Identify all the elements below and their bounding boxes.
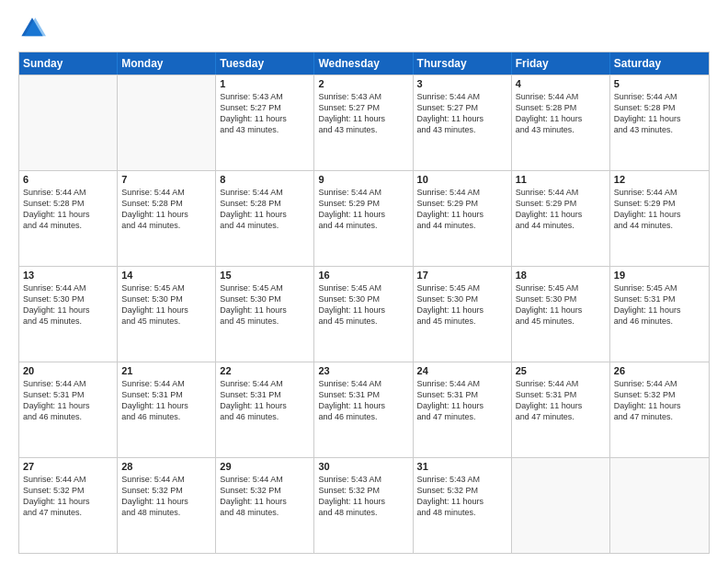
cell-info-line: Daylight: 11 hours [417, 209, 507, 220]
cell-info-line: Sunrise: 5:45 AM [318, 282, 408, 293]
day-number: 3 [417, 78, 507, 89]
calendar-cell: 16Sunrise: 5:45 AMSunset: 5:30 PMDayligh… [314, 267, 413, 362]
cell-info-line: Sunrise: 5:43 AM [417, 474, 507, 485]
cell-info-line: and 46 minutes. [614, 316, 705, 327]
calendar-header-cell: Saturday [610, 52, 709, 75]
cell-info-line: Sunrise: 5:44 AM [614, 187, 705, 198]
cell-info-line: Sunset: 5:30 PM [417, 293, 507, 304]
cell-info-line: Daylight: 11 hours [417, 113, 507, 124]
day-number: 23 [318, 365, 408, 376]
cell-info-line: Sunset: 5:28 PM [220, 198, 310, 209]
day-number: 25 [516, 365, 606, 376]
cell-info-line: Daylight: 11 hours [220, 400, 310, 411]
calendar-header-cell: Wednesday [314, 52, 413, 75]
cell-info-line: Sunset: 5:32 PM [614, 389, 705, 400]
calendar-cell: 20Sunrise: 5:44 AMSunset: 5:31 PMDayligh… [19, 362, 118, 457]
day-number: 29 [220, 461, 310, 472]
cell-info-line: and 45 minutes. [23, 316, 113, 327]
cell-info-line: and 44 minutes. [614, 220, 705, 231]
day-number: 19 [614, 270, 705, 281]
calendar-cell: 3Sunrise: 5:44 AMSunset: 5:27 PMDaylight… [414, 75, 512, 170]
cell-info-line: Daylight: 11 hours [614, 304, 705, 316]
cell-info-line: and 44 minutes. [417, 220, 507, 231]
cell-info-line: Sunrise: 5:43 AM [220, 91, 310, 102]
cell-info-line: and 46 minutes. [121, 411, 211, 422]
day-number: 7 [121, 174, 211, 185]
cell-info-line: Sunrise: 5:44 AM [417, 91, 507, 102]
calendar-cell: 24Sunrise: 5:44 AMSunset: 5:31 PMDayligh… [414, 362, 512, 457]
cell-info-line: Sunrise: 5:44 AM [121, 474, 211, 485]
cell-info-line: Daylight: 11 hours [516, 209, 606, 220]
calendar-cell: 4Sunrise: 5:44 AMSunset: 5:28 PMDaylight… [512, 75, 610, 170]
calendar-cell: 11Sunrise: 5:44 AMSunset: 5:29 PMDayligh… [512, 171, 610, 266]
cell-info-line: Sunrise: 5:44 AM [23, 187, 113, 198]
cell-info-line: Daylight: 11 hours [220, 113, 310, 124]
day-number: 8 [220, 174, 310, 185]
cell-info-line: Daylight: 11 hours [121, 496, 211, 507]
day-number: 14 [121, 270, 211, 281]
cell-info-line: Daylight: 11 hours [516, 400, 606, 411]
cell-info-line: Daylight: 11 hours [614, 209, 705, 220]
calendar-body: 1Sunrise: 5:43 AMSunset: 5:27 PMDaylight… [19, 75, 709, 553]
cell-info-line: and 48 minutes. [318, 507, 408, 518]
cell-info-line: and 43 minutes. [417, 124, 507, 135]
calendar-cell: 23Sunrise: 5:44 AMSunset: 5:31 PMDayligh… [314, 362, 413, 457]
cell-info-line: Sunrise: 5:44 AM [23, 378, 113, 389]
cell-info-line: and 46 minutes. [318, 411, 408, 422]
cell-info-line: Sunrise: 5:45 AM [614, 282, 705, 293]
cell-info-line: Daylight: 11 hours [318, 496, 408, 507]
day-number: 31 [417, 461, 507, 472]
cell-info-line: Daylight: 11 hours [417, 400, 507, 411]
cell-info-line: and 45 minutes. [121, 316, 211, 327]
calendar-cell: 25Sunrise: 5:44 AMSunset: 5:31 PMDayligh… [512, 362, 610, 457]
calendar-cell: 8Sunrise: 5:44 AMSunset: 5:28 PMDaylight… [216, 171, 314, 266]
day-number: 12 [614, 174, 705, 185]
cell-info-line: Sunset: 5:31 PM [516, 389, 606, 400]
header [18, 15, 710, 42]
cell-info-line: and 45 minutes. [417, 316, 507, 327]
cell-info-line: Sunset: 5:31 PM [614, 293, 705, 304]
cell-info-line: Sunrise: 5:44 AM [516, 187, 606, 198]
day-number: 18 [516, 270, 606, 281]
calendar-cell: 9Sunrise: 5:44 AMSunset: 5:29 PMDaylight… [314, 171, 413, 266]
calendar: SundayMondayTuesdayWednesdayThursdayFrid… [18, 52, 710, 554]
cell-info-line: Daylight: 11 hours [220, 304, 310, 316]
calendar-row: 20Sunrise: 5:44 AMSunset: 5:31 PMDayligh… [19, 362, 709, 457]
cell-info-line: Sunset: 5:31 PM [318, 389, 408, 400]
day-number: 26 [614, 365, 705, 376]
day-number: 11 [516, 174, 606, 185]
cell-info-line: Sunrise: 5:44 AM [417, 378, 507, 389]
cell-info-line: Sunset: 5:31 PM [121, 389, 211, 400]
cell-info-line: and 44 minutes. [516, 220, 606, 231]
cell-info-line: Daylight: 11 hours [220, 209, 310, 220]
calendar-header-cell: Friday [512, 52, 610, 75]
cell-info-line: Sunset: 5:31 PM [220, 389, 310, 400]
cell-info-line: Sunrise: 5:44 AM [614, 378, 705, 389]
calendar-cell [118, 75, 216, 170]
cell-info-line: Sunset: 5:32 PM [220, 485, 310, 496]
day-number: 6 [23, 174, 113, 185]
calendar-cell: 5Sunrise: 5:44 AMSunset: 5:28 PMDaylight… [610, 75, 709, 170]
cell-info-line: Daylight: 11 hours [318, 209, 408, 220]
cell-info-line: Sunrise: 5:43 AM [318, 91, 408, 102]
day-number: 15 [220, 270, 310, 281]
cell-info-line: Sunset: 5:30 PM [23, 293, 113, 304]
cell-info-line: Sunset: 5:29 PM [417, 198, 507, 209]
cell-info-line: Sunrise: 5:44 AM [23, 474, 113, 485]
cell-info-line: Sunrise: 5:43 AM [318, 474, 408, 485]
calendar-cell: 17Sunrise: 5:45 AMSunset: 5:30 PMDayligh… [414, 267, 512, 362]
cell-info-line: and 45 minutes. [516, 316, 606, 327]
cell-info-line: Daylight: 11 hours [318, 304, 408, 316]
calendar-header-row: SundayMondayTuesdayWednesdayThursdayFrid… [19, 52, 709, 75]
calendar-header-cell: Tuesday [216, 52, 314, 75]
logo [18, 15, 50, 42]
cell-info-line: Daylight: 11 hours [220, 496, 310, 507]
cell-info-line: and 47 minutes. [23, 507, 113, 518]
cell-info-line: Sunset: 5:27 PM [318, 102, 408, 113]
day-number: 27 [23, 461, 113, 472]
cell-info-line: Daylight: 11 hours [121, 209, 211, 220]
day-number: 16 [318, 270, 408, 281]
day-number: 17 [417, 270, 507, 281]
cell-info-line: Sunset: 5:28 PM [121, 198, 211, 209]
calendar-cell: 6Sunrise: 5:44 AMSunset: 5:28 PMDaylight… [19, 171, 118, 266]
